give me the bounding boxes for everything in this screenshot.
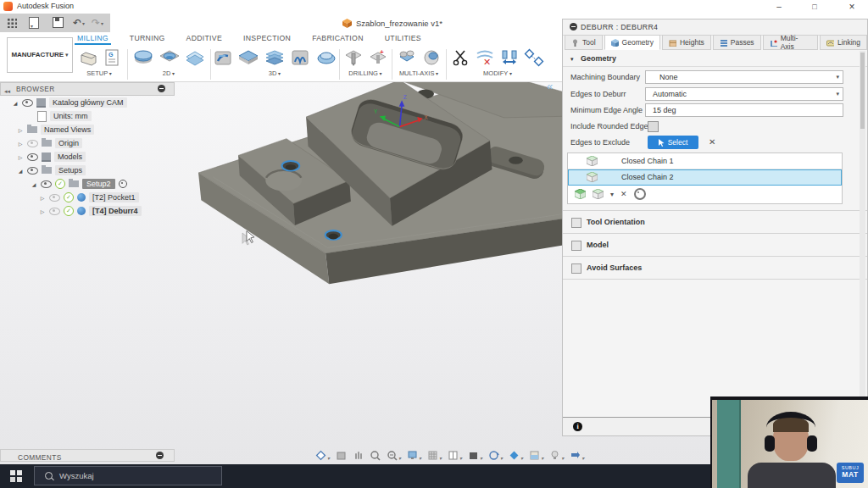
chain-row-1[interactable]: Closed Chain 1 (568, 153, 842, 169)
view-box-icon[interactable] (336, 450, 347, 461)
group-modify-label[interactable]: MODIFY (448, 69, 548, 77)
dialog-tab-linking[interactable]: Linking (820, 35, 867, 50)
comments-toggle-icon[interactable] (156, 452, 164, 459)
zoom-icon[interactable] (387, 448, 401, 463)
visibility-eye-icon-off[interactable] (27, 140, 38, 147)
selection-filter-icon[interactable] (570, 448, 584, 463)
collapse-icon[interactable] (39, 195, 46, 201)
save-icon[interactable] (53, 17, 64, 28)
remove-chain-icon[interactable] (620, 190, 627, 198)
add-chain-icon[interactable] (575, 189, 586, 199)
look-at-icon[interactable] (509, 448, 523, 463)
orbit-icon[interactable] (488, 448, 503, 463)
setup-icon[interactable] (79, 48, 99, 67)
tree-row-setup2[interactable]: Setup2 (0, 177, 178, 191)
workspace-selector[interactable]: MANUFACTURE (7, 37, 73, 73)
3d-adaptive-icon[interactable] (213, 48, 233, 67)
collapse-icon[interactable] (39, 208, 46, 214)
file-menu-icon[interactable] (29, 17, 39, 29)
chain-row-2-selected[interactable]: Closed Chain 2 (568, 169, 842, 186)
expand-icon[interactable] (31, 181, 37, 187)
dialog-tab-geometry[interactable]: Geometry (604, 35, 660, 50)
swarf-icon[interactable] (397, 48, 417, 67)
active-setup-target-icon[interactable] (119, 180, 127, 188)
3d-morph-icon[interactable] (316, 48, 337, 67)
tree-row-pocket1[interactable]: [T2] Pocket1 (0, 191, 178, 204)
zoom-window-icon[interactable] (370, 450, 381, 461)
group-2d-label[interactable]: 2D (129, 69, 209, 77)
tree-row-named-views[interactable]: Named Views (0, 123, 178, 136)
maximize-button[interactable] (809, 1, 821, 13)
section-checkbox[interactable] (571, 218, 581, 228)
tab-inspection[interactable]: INSPECTION (241, 32, 293, 45)
rotary-icon[interactable] (421, 48, 442, 67)
group-multiaxis-label[interactable]: MULTI-AXIS (393, 69, 444, 77)
hole-right[interactable] (509, 157, 522, 164)
effects-icon[interactable] (549, 448, 564, 463)
group-drilling-label[interactable]: DRILLING (341, 69, 390, 77)
section-tool-orientation[interactable]: Tool Orientation (563, 210, 867, 233)
ribbon-collapse-icon[interactable] (547, 80, 553, 92)
edges-select-button[interactable]: Select (648, 136, 698, 149)
comments-bar[interactable]: COMMENTS (0, 449, 175, 462)
drill-pattern-icon[interactable]: + (368, 48, 388, 67)
tree-row-units[interactable]: Units: mm (0, 109, 178, 123)
tab-milling[interactable]: MILLING (75, 32, 111, 45)
2d-contour-icon[interactable] (185, 48, 205, 67)
3d-pocket-icon[interactable] (237, 48, 259, 67)
2d-pocket-icon[interactable] (159, 48, 181, 67)
visibility-eye-icon[interactable] (27, 153, 38, 161)
info-icon[interactable] (573, 422, 582, 431)
document-tab[interactable]: Szablon_frezowanie v1* (342, 16, 442, 30)
expand-icon[interactable] (12, 100, 19, 106)
tab-fabrication[interactable]: FABRICATION (309, 32, 366, 45)
gcode-icon[interactable]: G (103, 48, 120, 67)
undo-icon[interactable]: ↶ (73, 17, 85, 30)
chevron-down-icon[interactable] (610, 190, 614, 198)
viewport-layout-icon[interactable] (448, 448, 462, 463)
collapse-icon[interactable] (17, 154, 24, 160)
collapse-icon[interactable] (17, 127, 24, 133)
tool-change-icon[interactable] (499, 48, 520, 67)
delete-passes-icon[interactable]: ✕ (475, 48, 495, 67)
section-checkbox[interactable] (571, 263, 581, 274)
visibility-eye-icon-off[interactable] (49, 194, 60, 202)
scrollbar-thumb[interactable] (860, 53, 865, 129)
dialog-tab-multiaxis[interactable]: Multi-Axis (763, 35, 818, 50)
2d-face-icon[interactable] (132, 48, 154, 67)
expand-icon[interactable] (17, 168, 24, 174)
close-button[interactable] (846, 1, 858, 13)
app-grid-icon[interactable] (7, 18, 17, 28)
section-model[interactable]: Model (563, 233, 867, 256)
chain-settings-gear-icon[interactable] (634, 188, 646, 200)
dialog-header[interactable]: DEBURR : DEBURR4 (563, 19, 867, 36)
tab-utilities[interactable]: UTILITIES (382, 32, 424, 45)
visibility-eye-icon[interactable] (22, 99, 33, 107)
tree-row-models[interactable]: Models (0, 150, 178, 164)
3d-parallel-icon[interactable] (264, 48, 286, 67)
dialog-tab-heights[interactable]: Heights (662, 35, 711, 50)
tree-row-origin[interactable]: Origin (0, 136, 178, 150)
visibility-eye-icon-off[interactable] (49, 208, 60, 215)
pan-icon[interactable] (353, 450, 364, 461)
fit-view-icon[interactable] (315, 448, 330, 463)
dialog-tab-tool[interactable]: Tool (565, 35, 603, 50)
group-setup-label[interactable]: SETUP (73, 69, 125, 77)
tree-row-cam-root[interactable]: Katalog główny CAM (0, 96, 178, 109)
section-avoid-surfaces[interactable]: Avoid Surfaces (563, 256, 867, 280)
tab-additive[interactable]: ADDITIVE (184, 32, 225, 45)
tree-row-setups[interactable]: Setups (0, 164, 178, 177)
visual-style-icon[interactable] (468, 448, 482, 463)
tab-turning[interactable]: TURNING (127, 32, 168, 45)
visibility-eye-icon[interactable] (27, 167, 38, 175)
display-settings-icon[interactable] (407, 448, 421, 463)
view-presets-icon[interactable] (529, 448, 543, 463)
browser-header[interactable]: BROWSER (0, 82, 175, 96)
edges-to-deburr-select[interactable]: Automatic (645, 87, 843, 101)
section-checkbox[interactable] (571, 241, 581, 251)
chain-mode-icon[interactable] (593, 189, 604, 199)
dialog-dock-icon[interactable] (570, 23, 577, 30)
grid-display-icon[interactable] (427, 448, 442, 463)
taskbar-search[interactable]: Wyszukaj (34, 466, 222, 485)
minimize-button[interactable] (773, 1, 785, 13)
